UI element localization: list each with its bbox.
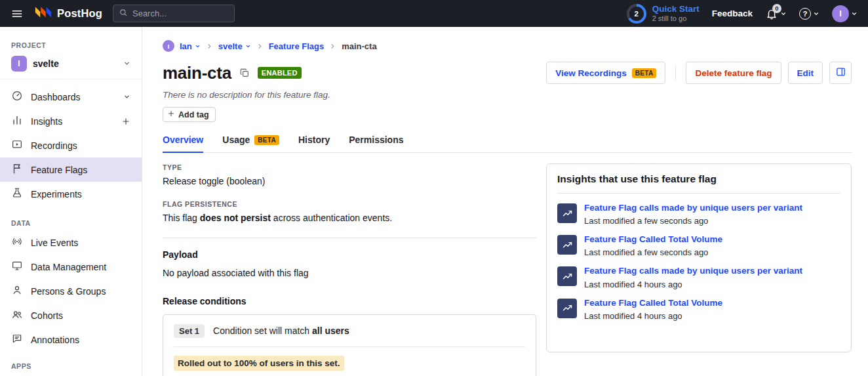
sidebar: PROJECT I svelte Dashboards: [0, 27, 142, 376]
insight-list-item[interactable]: Feature Flag Called Total Volume Last mo…: [557, 234, 840, 257]
trend-chart-icon: [557, 203, 577, 223]
posthog-logo-icon: [34, 6, 52, 21]
tab-bar: Overview Usage BETA History Permissions: [163, 135, 852, 153]
quick-start-subtitle: 2 still to go: [652, 14, 700, 23]
sidebar-item-data-management[interactable]: Data Management: [0, 255, 142, 279]
section-divider: [163, 238, 536, 238]
persistence-value: This flag does not persist across authen…: [163, 211, 536, 224]
sidebar-item-recordings[interactable]: Recordings: [0, 133, 142, 157]
trend-chart-icon: [557, 235, 577, 255]
notification-count-badge: 0: [772, 4, 781, 13]
page-header: main-cta ENABLED View Recordings BETA De…: [163, 62, 852, 84]
insight-link[interactable]: Feature Flag Called Total Volume: [584, 234, 722, 245]
apps-section-label: APPS: [0, 357, 142, 373]
logo-text: PostHog: [57, 7, 102, 20]
chevron-down-icon: [245, 41, 251, 51]
sidebar-item-label: Live Events: [31, 238, 78, 248]
insight-list-item[interactable]: Feature Flag calls made by unique users …: [557, 265, 840, 289]
sidebar-item-feature-flags[interactable]: Feature Flags: [0, 157, 142, 182]
header-actions: View Recordings BETA Delete feature flag…: [546, 62, 852, 84]
breadcrumb-user[interactable]: Ian: [180, 41, 201, 51]
side-panel-button[interactable]: [829, 62, 852, 84]
sidebar-item-dashboards[interactable]: Dashboards: [0, 85, 142, 109]
chevron-right-icon: [256, 43, 264, 50]
sidebar-item-live-events[interactable]: Live Events: [0, 230, 142, 255]
sidebar-item-annotations[interactable]: Annotations: [0, 327, 142, 352]
sidebar-item-label: Feature Flags: [31, 165, 87, 175]
insight-modified: Last modified 4 hours ago: [584, 280, 802, 289]
page-title: main-cta: [163, 63, 231, 83]
tab-usage[interactable]: Usage BETA: [222, 135, 279, 153]
chevron-down-icon: [813, 9, 819, 19]
top-navbar: PostHog Search... 2 Quick Start 2 still …: [0, 0, 868, 27]
insight-link[interactable]: Feature Flag calls made by unique users …: [584, 265, 802, 277]
chevron-right-icon: [329, 43, 336, 50]
sidebar-item-experiments[interactable]: Experiments: [0, 182, 142, 206]
quick-start-title: Quick Start: [652, 4, 700, 14]
insight-list-item[interactable]: Feature Flag calls made by unique users …: [557, 202, 840, 226]
sidebar-item-label: Experiments: [31, 189, 82, 199]
user-avatar: I: [832, 5, 849, 22]
tab-permissions[interactable]: Permissions: [349, 135, 403, 153]
quick-start-count: 2: [629, 7, 644, 21]
live-events-icon: [11, 236, 23, 249]
notifications-button[interactable]: 0: [765, 7, 787, 20]
delete-feature-flag-button[interactable]: Delete feature flag: [686, 62, 781, 84]
chevron-down-icon[interactable]: [123, 93, 130, 100]
monitor-icon: [11, 260, 23, 274]
recordings-icon: [11, 138, 23, 152]
flag-icon: [11, 163, 23, 177]
sidebar-item-label: Annotations: [31, 335, 79, 345]
sidebar-item-label: Recordings: [31, 140, 77, 151]
overview-panel: TYPE Release toggle (boolean) FLAG PERSI…: [163, 163, 536, 376]
search-icon: [119, 8, 128, 19]
hamburger-menu-icon[interactable]: [10, 7, 24, 20]
insight-list-item[interactable]: Feature Flag Called Total Volume Last mo…: [557, 297, 840, 321]
view-recordings-button[interactable]: View Recordings BETA: [546, 62, 665, 84]
sidebar-item-insights[interactable]: Insights: [0, 109, 142, 133]
add-tag-button[interactable]: Add tag: [163, 107, 216, 122]
trend-chart-icon: [557, 299, 577, 318]
chevron-down-icon: [123, 58, 130, 69]
breadcrumb: I Ian svelte: [163, 40, 852, 52]
edit-button[interactable]: Edit: [788, 62, 823, 84]
sidebar-item-label: Dashboards: [31, 92, 81, 102]
breadcrumb-feature-flags[interactable]: Feature Flags: [269, 41, 325, 51]
sidebar-item-cohorts[interactable]: Cohorts: [0, 303, 142, 327]
insight-link[interactable]: Feature Flag calls made by unique users …: [584, 202, 802, 214]
main-content: I Ian svelte: [142, 27, 868, 376]
tab-history[interactable]: History: [298, 135, 330, 153]
chevron-right-icon: [206, 43, 213, 50]
status-badge: ENABLED: [258, 67, 302, 79]
help-icon: ?: [799, 8, 811, 20]
chevron-down-icon: [195, 41, 201, 51]
project-selector[interactable]: I svelte: [0, 52, 142, 79]
project-name: svelte: [33, 58, 59, 69]
plus-icon: [167, 110, 175, 119]
feedback-button[interactable]: Feedback: [712, 9, 753, 18]
posthog-logo[interactable]: PostHog: [34, 6, 102, 21]
sidebar-item-persons-groups[interactable]: Persons & Groups: [0, 279, 142, 303]
vertical-divider: [675, 66, 676, 80]
project-avatar: I: [11, 56, 27, 72]
sidebar-item-label: Insights: [31, 116, 62, 127]
insights-icon: [11, 114, 23, 128]
type-label: TYPE: [163, 163, 536, 171]
copy-icon[interactable]: [239, 68, 250, 78]
tab-overview[interactable]: Overview: [163, 135, 203, 153]
insight-modified: Last modified a few seconds ago: [584, 247, 722, 257]
breadcrumb-project[interactable]: svelte: [218, 41, 251, 51]
plus-icon[interactable]: [121, 117, 130, 126]
insights-card: Insights that use this feature flag Feat…: [546, 163, 852, 352]
person-icon: [11, 284, 23, 298]
sidebar-divider: [0, 79, 142, 79]
insight-link[interactable]: Feature Flag Called Total Volume: [584, 297, 722, 309]
user-menu[interactable]: I: [832, 5, 858, 22]
project-section-label: PROJECT: [0, 36, 142, 52]
payload-title: Payload: [163, 249, 536, 260]
search-input[interactable]: Search...: [113, 5, 235, 22]
annotation-icon: [11, 333, 23, 346]
sidebar-item-label: Persons & Groups: [31, 286, 106, 297]
quick-start-widget[interactable]: 2 Quick Start 2 still to go: [627, 4, 700, 24]
help-menu[interactable]: ?: [799, 8, 819, 20]
